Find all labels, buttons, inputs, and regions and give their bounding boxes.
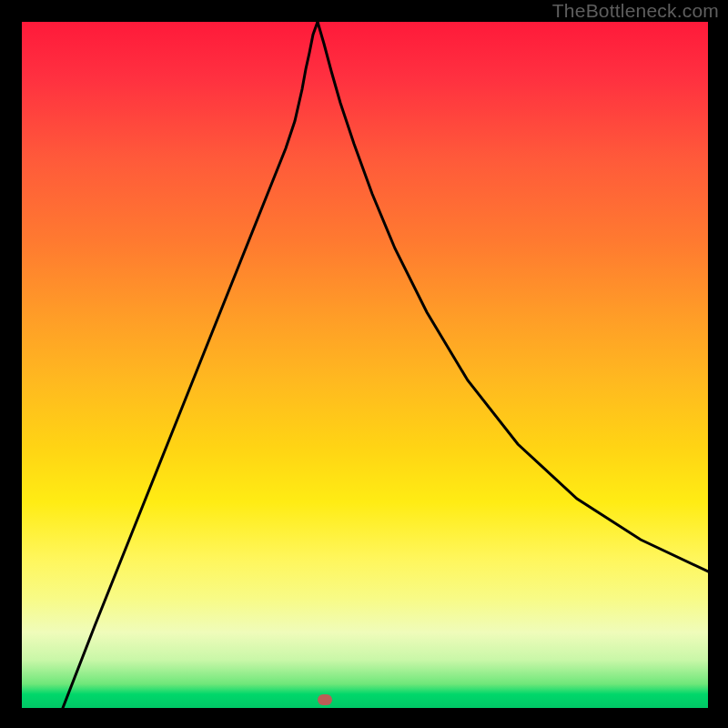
curve-svg [22, 22, 708, 708]
chart-frame: TheBottleneck.com [0, 0, 728, 728]
minimum-marker [318, 694, 332, 705]
left-branch-curve [63, 22, 318, 708]
watermark-text: TheBottleneck.com [552, 0, 719, 22]
plot-area [22, 22, 708, 708]
right-branch-curve [318, 22, 708, 571]
